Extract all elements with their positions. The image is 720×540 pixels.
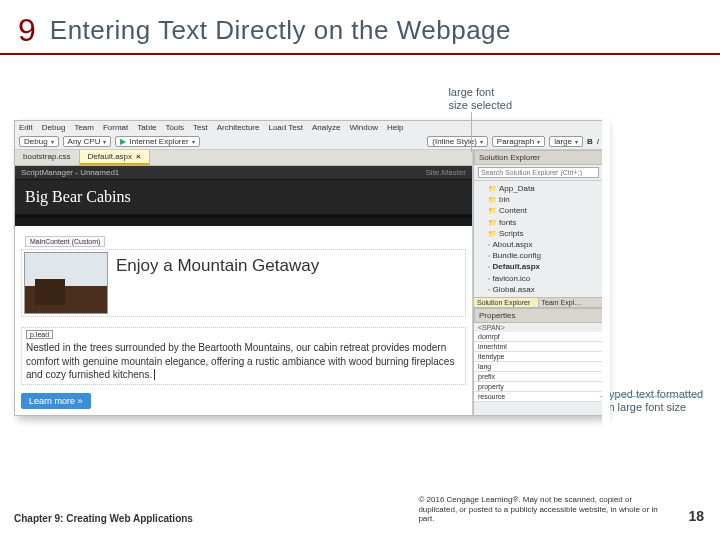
dropdown-label: large xyxy=(554,137,572,146)
browser-dropdown[interactable]: ▶Internet Explorer▾ xyxy=(115,136,199,147)
menu-item[interactable]: Load Test xyxy=(268,123,303,132)
callout-line xyxy=(471,112,472,152)
tree-item[interactable]: App_Data xyxy=(478,183,599,194)
panel-tab[interactable]: Solution Explorer xyxy=(474,298,539,307)
style-dropdown[interactable]: (Inline Style)▾ xyxy=(427,136,487,147)
solution-search-input[interactable] xyxy=(478,167,599,178)
menu-item[interactable]: Team xyxy=(74,123,94,132)
tab-bar: bootstrap.cssDefault.aspx× xyxy=(15,150,472,166)
fontsize-dropdown[interactable]: large▾ xyxy=(549,136,583,147)
learn-more-button[interactable]: Learn more » xyxy=(21,393,91,409)
tree-item[interactable]: Default.aspx xyxy=(478,261,599,272)
content-placeholder-tag: MainContent (Custom) xyxy=(25,236,105,247)
lead-text: Nestled in the trees surrounded by the B… xyxy=(26,342,454,380)
tree-item[interactable]: Content xyxy=(478,205,599,216)
menu-item[interactable]: Table xyxy=(137,123,156,132)
menu-item[interactable]: Format xyxy=(103,123,128,132)
property-row[interactable]: itemtype xyxy=(474,352,603,362)
property-row[interactable]: domrpf xyxy=(474,332,603,342)
p-lead-tag: p.lead xyxy=(26,330,53,339)
ide-screenshot: EditDebugTeamFormatTableToolsTestArchite… xyxy=(14,120,604,416)
callout-text: size selected xyxy=(448,99,512,111)
tag-dropdown[interactable]: Paragraph▾ xyxy=(492,136,545,147)
panel-tab[interactable]: Team Expl… xyxy=(539,298,604,307)
bold-icon[interactable]: B xyxy=(587,137,593,146)
solution-search xyxy=(474,165,603,181)
property-row[interactable]: lang xyxy=(474,362,603,372)
scriptbar-label: ScriptManager xyxy=(21,168,73,177)
callout-text: large font xyxy=(448,86,494,98)
properties-panel: Properties <SPAN> domrpfinnerhtmlitemtyp… xyxy=(474,307,603,402)
dropdown-label: Paragraph xyxy=(497,137,534,146)
slide-header: 9 Entering Text Directly on the Webpage xyxy=(0,0,720,55)
menu-item[interactable]: Edit xyxy=(19,123,33,132)
properties-subject: <SPAN> xyxy=(474,323,603,332)
chevron-down-icon: ▾ xyxy=(480,138,483,145)
callout-line xyxy=(600,396,700,397)
menu-item[interactable]: Debug xyxy=(42,123,66,132)
chevron-down-icon: ▾ xyxy=(575,138,578,145)
chevron-down-icon: ▾ xyxy=(51,138,54,145)
menu-item[interactable]: Window xyxy=(349,123,377,132)
callout-right: typed text formatted in large font size xyxy=(606,388,714,414)
scriptbar-label: Unnamed1 xyxy=(80,168,119,177)
solution-tree: App_DatabinContentfontsScriptsAbout.aspx… xyxy=(474,181,603,297)
menu-item[interactable]: Test xyxy=(193,123,208,132)
menu-item[interactable]: Architecture xyxy=(217,123,260,132)
editor-tab[interactable]: Default.aspx× xyxy=(80,150,150,165)
menu-item[interactable]: Analyze xyxy=(312,123,340,132)
callout-text: in large font size xyxy=(606,401,686,413)
italic-icon[interactable]: I xyxy=(597,137,599,146)
close-icon[interactable]: × xyxy=(136,152,141,161)
dropdown-label: Any CPU xyxy=(68,137,101,146)
tree-item[interactable]: favicon.ico xyxy=(478,273,599,284)
site-brand: Big Bear Cabins xyxy=(15,180,472,218)
chevron-down-icon: ▾ xyxy=(103,138,106,145)
tree-item[interactable]: bin xyxy=(478,194,599,205)
menu-item[interactable]: Tools xyxy=(165,123,184,132)
config-dropdown[interactable]: Debug▾ xyxy=(19,136,59,147)
properties-header: Properties xyxy=(474,308,603,323)
hero-section: Enjoy a Mountain Getaway xyxy=(21,249,466,317)
tree-item[interactable]: Global.asax xyxy=(478,284,599,295)
hero-heading: Enjoy a Mountain Getaway xyxy=(116,252,319,276)
dropdown-label: Debug xyxy=(24,137,48,146)
scriptmanager-bar: ScriptManager - Unnamed1 Site.Master xyxy=(15,166,472,180)
chevron-down-icon: ▾ xyxy=(192,138,195,145)
footer-chapter: Chapter 9: Creating Web Applications xyxy=(14,513,418,524)
tree-item[interactable]: About.aspx xyxy=(478,239,599,250)
right-panel: Solution Explorer App_DatabinContentfont… xyxy=(473,150,603,415)
footer-copyright: © 2016 Cengage Learning®. May not be sca… xyxy=(418,495,668,524)
callout-text: typed text formatted xyxy=(606,388,703,400)
toolbar: Debug▾ Any CPU▾ ▶Internet Explorer▾ (Inl… xyxy=(15,134,603,150)
slide-footer: Chapter 9: Creating Web Applications © 2… xyxy=(14,495,704,524)
hero-image xyxy=(24,252,108,314)
lead-paragraph[interactable]: p.lead Nestled in the trees surrounded b… xyxy=(21,327,466,385)
nav-strip xyxy=(15,218,472,226)
property-row[interactable]: property xyxy=(474,382,603,392)
panel-tabs: Solution ExplorerTeam Expl… xyxy=(474,297,603,307)
dropdown-label: Internet Explorer xyxy=(129,137,188,146)
cpu-dropdown[interactable]: Any CPU▾ xyxy=(63,136,112,147)
site-master-label: Site.Master xyxy=(426,168,466,177)
figure-wrapper: large font size selected typed text form… xyxy=(14,120,604,470)
play-icon: ▶ xyxy=(120,137,126,146)
menubar: EditDebugTeamFormatTableToolsTestArchite… xyxy=(15,121,603,134)
property-row[interactable]: prefix xyxy=(474,372,603,382)
property-row[interactable]: resource xyxy=(474,392,603,402)
properties-grid: domrpfinnerhtmlitemtypelangprefixpropert… xyxy=(474,332,603,402)
footer-page-number: 18 xyxy=(688,508,704,524)
slide-title: Entering Text Directly on the Webpage xyxy=(50,15,511,46)
property-row[interactable]: innerhtml xyxy=(474,342,603,352)
chevron-down-icon: ▾ xyxy=(537,138,540,145)
tree-item[interactable]: Bundle.config xyxy=(478,250,599,261)
editor-pane: bootstrap.cssDefault.aspx× ScriptManager… xyxy=(15,150,473,415)
solution-explorer-header: Solution Explorer xyxy=(474,150,603,165)
tree-item[interactable]: fonts xyxy=(478,217,599,228)
editor-tab[interactable]: bootstrap.css xyxy=(15,150,80,165)
tree-item[interactable]: Scripts xyxy=(478,228,599,239)
chapter-number: 9 xyxy=(18,12,36,49)
text-caret xyxy=(154,369,155,380)
callout-top: large font size selected xyxy=(448,86,512,112)
menu-item[interactable]: Help xyxy=(387,123,403,132)
